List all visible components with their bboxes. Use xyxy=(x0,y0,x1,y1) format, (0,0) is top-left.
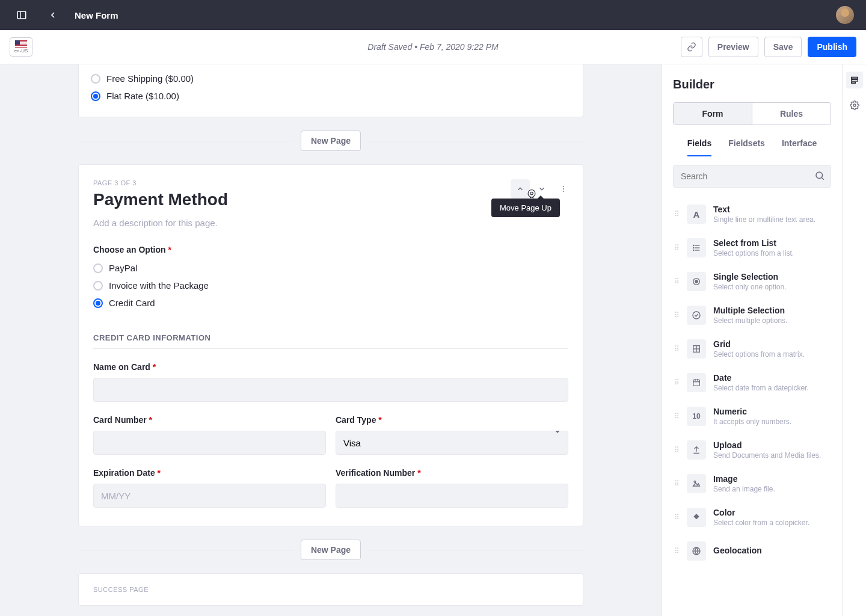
field-type-icon: 10 xyxy=(687,407,706,426)
success-page-card: SUCCESS PAGE xyxy=(78,573,583,606)
radio-icon xyxy=(93,281,103,291)
svg-rect-31 xyxy=(851,79,858,81)
drag-handle-icon: ⠿ xyxy=(674,277,680,286)
success-meta: SUCCESS PAGE xyxy=(93,586,568,593)
payment-option[interactable]: PayPal xyxy=(93,259,568,277)
topbar-left: New Form xyxy=(12,5,118,25)
field-name: Single Selection xyxy=(713,272,786,282)
sidebar-toggle-icon[interactable] xyxy=(12,5,31,25)
field-item-numeric[interactable]: ⠿10NumericIt accepts only numbers. xyxy=(673,399,831,433)
field-desc: It accepts only numbers. xyxy=(713,417,791,426)
main-wrap: Free Shipping ($0.00) Flat Rate ($10.00)… xyxy=(0,64,866,616)
field-type-icon xyxy=(687,306,706,325)
field-type-icon xyxy=(687,373,706,392)
locale-selector[interactable]: en-US xyxy=(10,37,32,57)
name-on-card-input[interactable] xyxy=(93,378,568,402)
subtab-fields[interactable]: Fields xyxy=(687,138,711,156)
field-item-select-from-list[interactable]: ⠿Select from ListSelect options from a l… xyxy=(673,231,831,265)
field-item-single-selection[interactable]: ⠿Single SelectionSelect only one option. xyxy=(673,265,831,298)
canvas[interactable]: Free Shipping ($0.00) Flat Rate ($10.00)… xyxy=(0,64,662,616)
field-desc: Select date from a datepicker. xyxy=(713,384,809,392)
required-asterisk: * xyxy=(168,245,171,254)
topbar: New Form xyxy=(0,0,866,30)
field-item-date[interactable]: ⠿DateSelect date from a datepicker. xyxy=(673,366,831,399)
page-meta: PAGE 3 OF 3 xyxy=(93,179,568,186)
expiration-input[interactable] xyxy=(93,484,326,508)
page-title: New Form xyxy=(75,10,118,20)
builder-sidebar: Builder Form Rules Fields Fieldsets Inte… xyxy=(662,64,842,616)
field-desc: Send an image file. xyxy=(713,485,775,493)
field-item-upload[interactable]: ⠿UploadSend Documents and Media files. xyxy=(673,433,831,467)
svg-rect-21 xyxy=(693,380,700,386)
shipping-option[interactable]: Free Shipping ($0.00) xyxy=(91,70,571,87)
builder-title: Builder xyxy=(673,78,831,91)
svg-rect-32 xyxy=(851,82,855,83)
rail-builder-icon[interactable] xyxy=(846,72,863,88)
card-type-select[interactable] xyxy=(336,431,568,455)
avatar[interactable] xyxy=(836,6,854,24)
new-page-button[interactable]: New Page xyxy=(301,131,361,151)
fields-search-input[interactable] xyxy=(673,165,831,188)
tooltip: Move Page Up xyxy=(491,199,560,217)
field-label: Choose an Option * xyxy=(93,245,568,254)
svg-rect-30 xyxy=(851,77,858,79)
field-list: ⠿ATextSingle line or multiline text area… xyxy=(673,197,831,568)
preview-button[interactable]: Preview xyxy=(708,37,758,57)
option-label: PayPal xyxy=(109,263,138,273)
field-label: Expiration Date * xyxy=(93,468,326,478)
field-item-geolocation[interactable]: ⠿Geolocation xyxy=(673,534,831,568)
page-description[interactable]: Add a description for this page. xyxy=(93,218,568,228)
field-type-icon xyxy=(687,238,706,257)
caret-down-icon xyxy=(554,428,561,436)
payment-option[interactable]: Credit Card xyxy=(93,294,568,312)
field-name: Date xyxy=(713,373,809,383)
link-button[interactable] xyxy=(681,37,702,57)
svg-point-33 xyxy=(853,104,856,106)
field-type-icon xyxy=(687,541,706,561)
field-label: Name on Card * xyxy=(93,362,568,372)
field-desc: Single line or multiline text area. xyxy=(713,215,815,224)
save-button[interactable]: Save xyxy=(764,37,802,57)
field-type-icon: A xyxy=(687,205,706,224)
radio-icon xyxy=(91,91,100,101)
rail-settings-icon[interactable] xyxy=(846,97,863,114)
field-type-icon xyxy=(687,440,706,460)
new-page-button[interactable]: New Page xyxy=(301,540,361,560)
subtab-fieldsets[interactable]: Fieldsets xyxy=(728,138,765,156)
field-label: Card Type * xyxy=(336,415,568,425)
subtab-interface[interactable]: Interface xyxy=(782,138,817,156)
page-divider: New Page xyxy=(78,540,583,560)
drag-handle-icon: ⠿ xyxy=(674,412,680,420)
payment-option[interactable]: Invoice with the Package xyxy=(93,277,568,294)
seg-rules[interactable]: Rules xyxy=(752,103,831,125)
page-more-button[interactable] xyxy=(554,179,573,199)
drag-handle-icon: ⠿ xyxy=(674,547,680,555)
seg-form[interactable]: Form xyxy=(674,103,752,125)
drag-handle-icon: ⠿ xyxy=(674,311,680,319)
verification-input[interactable] xyxy=(336,484,568,508)
publish-button[interactable]: Publish xyxy=(808,37,856,57)
drag-handle-icon: ⠿ xyxy=(674,378,680,387)
field-item-text[interactable]: ⠿ATextSingle line or multiline text area… xyxy=(673,197,831,231)
svg-point-3 xyxy=(563,188,564,189)
card-number-input[interactable] xyxy=(93,431,326,455)
field-desc: Select color from a colopicker. xyxy=(713,519,809,527)
field-item-grid[interactable]: ⠿GridSelect options from a matrix. xyxy=(673,332,831,366)
field-name: Numeric xyxy=(713,407,791,416)
field-type-icon xyxy=(687,272,706,291)
field-desc: Select options from a matrix. xyxy=(713,350,805,359)
field-item-multiple-selection[interactable]: ⠿Multiple SelectionSelect multiple optio… xyxy=(673,298,831,332)
field-label: Card Number * xyxy=(93,415,326,425)
locale-code: en-US xyxy=(14,48,28,54)
shipping-option[interactable]: Flat Rate ($10.00) xyxy=(91,87,571,105)
svg-point-13 xyxy=(693,247,694,248)
drag-handle-icon: ⠿ xyxy=(674,210,680,218)
shipping-card: Free Shipping ($0.00) Flat Rate ($10.00) xyxy=(78,64,583,117)
field-desc: Select only one option. xyxy=(713,283,786,291)
drag-handle-icon: ⠿ xyxy=(674,446,680,454)
back-icon[interactable] xyxy=(43,5,63,25)
builder-subtabs: Fields Fieldsets Interface xyxy=(673,138,831,156)
field-item-color[interactable]: ⠿ColorSelect color from a colopicker. xyxy=(673,500,831,534)
field-name: Text xyxy=(713,205,815,214)
field-item-image[interactable]: ⠿ImageSend an image file. xyxy=(673,467,831,500)
